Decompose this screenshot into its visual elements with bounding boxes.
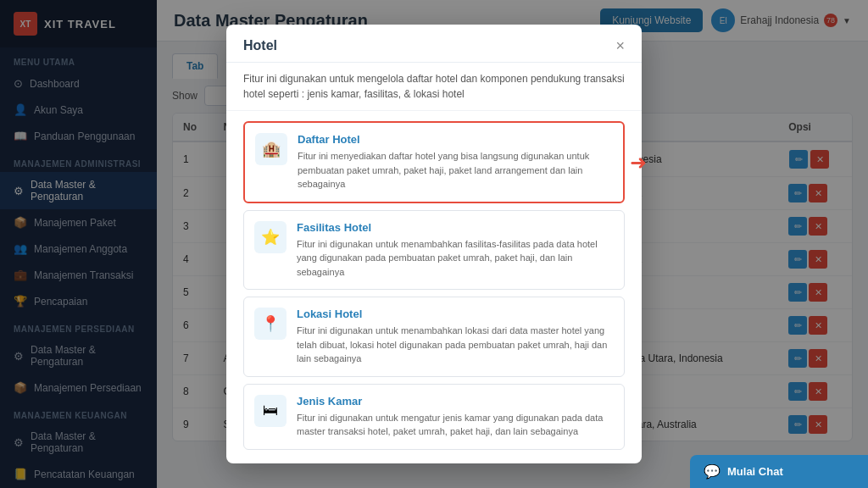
modal-item-title: Daftar Hotel bbox=[298, 133, 613, 146]
bed-icon: 🛏 bbox=[254, 395, 287, 427]
modal-item-content: Fasilitas Hotel Fitur ini digunakan untu… bbox=[297, 221, 614, 280]
modal-close-button[interactable]: × bbox=[615, 38, 625, 53]
modal-overlay[interactable]: Hotel × Fitur ini digunakan untuk mengel… bbox=[0, 0, 868, 488]
modal-description: Fitur ini digunakan untuk mengelola daft… bbox=[226, 63, 642, 111]
modal-item-jenis-kamar[interactable]: 🛏 Jenis Kamar Fitur ini digunakan untuk … bbox=[243, 384, 625, 450]
modal-item-title: Jenis Kamar bbox=[297, 395, 614, 408]
facilities-icon: ⭐ bbox=[254, 221, 287, 253]
chat-icon: 💬 bbox=[704, 463, 721, 480]
modal-item-title: Fasilitas Hotel bbox=[297, 221, 614, 234]
location-icon: 📍 bbox=[254, 308, 287, 340]
modal-item-fasilitas-hotel[interactable]: ⭐ Fasilitas Hotel Fitur ini digunakan un… bbox=[243, 210, 625, 291]
modal-item-desc: Fitur ini digunakan untuk mengatur jenis… bbox=[297, 411, 614, 439]
modal-item-title: Lokasi Hotel bbox=[297, 308, 614, 320]
hotel-list-icon: 🏨 bbox=[255, 133, 287, 165]
arrow-right-icon: ➜ bbox=[630, 151, 647, 175]
modal-item-desc: Fitur ini menyediakan daftar hotel yang … bbox=[298, 149, 613, 191]
modal-item-desc: Fitur ini digunakan untuk menambahkan lo… bbox=[297, 324, 614, 366]
modal-header: Hotel × bbox=[226, 25, 642, 63]
modal-item-content: Jenis Kamar Fitur ini digunakan untuk me… bbox=[297, 395, 614, 439]
modal-item-desc: Fitur ini digunakan untuk menambahkan fa… bbox=[297, 237, 614, 280]
modal-body: 🏨 Daftar Hotel Fitur ini menyediakan daf… bbox=[226, 111, 642, 463]
modal-item-daftar-hotel[interactable]: 🏨 Daftar Hotel Fitur ini menyediakan daf… bbox=[243, 121, 625, 203]
modal-item-content: Lokasi Hotel Fitur ini digunakan untuk m… bbox=[297, 308, 614, 366]
chat-label: Mulai Chat bbox=[727, 465, 783, 478]
hotel-modal: Hotel × Fitur ini digunakan untuk mengel… bbox=[226, 25, 642, 463]
modal-item-content: Daftar Hotel Fitur ini menyediakan dafta… bbox=[298, 133, 613, 191]
modal-item-lokasi-hotel[interactable]: 📍 Lokasi Hotel Fitur ini digunakan untuk… bbox=[243, 297, 625, 377]
chat-widget[interactable]: 💬 Mulai Chat bbox=[690, 455, 868, 488]
modal-title: Hotel bbox=[243, 38, 277, 53]
